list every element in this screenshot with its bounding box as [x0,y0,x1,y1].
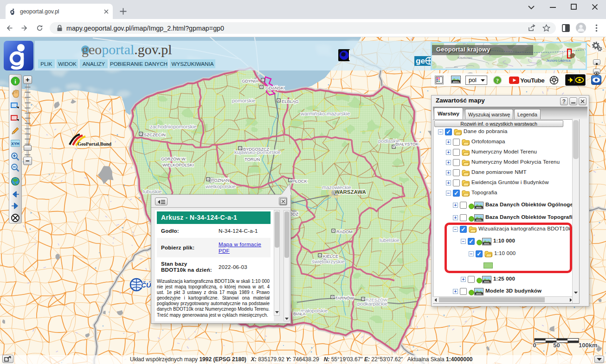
svg-text:GDAŃSK: GDAŃSK [265,85,284,90]
svg-text:YouTube: YouTube [520,77,545,84]
svg-text:SZCZECIN: SZCZECIN [144,132,166,137]
svg-text:KIELCE: KIELCE [323,254,338,259]
svg-text:warmińsko-mazurskie: warmińsko-mazurskie [300,111,350,116]
svg-text:BYDGOSZCZ: BYDGOSZCZ [243,147,270,152]
svg-text:wms: wms [476,206,482,209]
svg-text:zachodniopomorskie: zachodniopomorskie [150,124,197,129]
svg-text:ge: ge [416,57,425,65]
svg-text:Jezioro Lednica: Jezioro Lednica [546,58,571,63]
svg-text:wms: wms [476,218,482,221]
svg-text:50: 50 [553,342,560,349]
svg-text:RADOM: RADOM [336,229,353,234]
svg-text:lubelskie: lubelskie [380,237,400,243]
svg-text:i: i [14,78,16,85]
svg-text:Kiszkowo: Kiszkowo [458,56,472,60]
svg-text:BIAŁA: BIAŁA [293,311,306,316]
svg-text:GeoPortal.Bund: GeoPortal.Bund [77,141,111,147]
svg-text:TORUŃ: TORUŃ [245,157,260,162]
svg-text:świętokrzyskie: świętokrzyskie [312,259,345,264]
svg-text:?: ? [496,77,499,84]
svg-text:WIELKOPOLSKI: WIELKOPOLSKI [162,163,194,167]
svg-text:XYH: XYH [11,141,19,146]
svg-text:PŁOCK: PŁOCK [292,179,308,184]
svg-text:GDYNIA: GDYNIA [242,78,259,83]
svg-text:wms: wms [452,80,459,83]
svg-text:WARSZAWA: WARSZAWA [335,189,366,195]
svg-text:ELBLĄG: ELBLĄG [282,99,298,104]
svg-text:GORZÓW W.: GORZÓW W. [161,157,187,161]
svg-text:wielkopolskie: wielkopolskie [205,184,236,189]
svg-text:RZESZÓW: RZESZÓW [366,297,387,302]
svg-text:pomorskie: pomorskie [232,98,256,103]
svg-text:TARNÓW: TARNÓW [335,295,354,300]
svg-text:100km: 100km [579,342,597,349]
svg-text:wms: wms [476,292,482,295]
svg-text:0: 0 [533,342,536,349]
svg-text:POZNAŃ: POZNAŃ [211,178,229,183]
svg-text:wms: wms [484,280,490,283]
svg-text:BIAŁYSTOK: BIAŁYSTOK [395,142,419,147]
svg-text:lubuskie: lubuskie [143,189,161,194]
